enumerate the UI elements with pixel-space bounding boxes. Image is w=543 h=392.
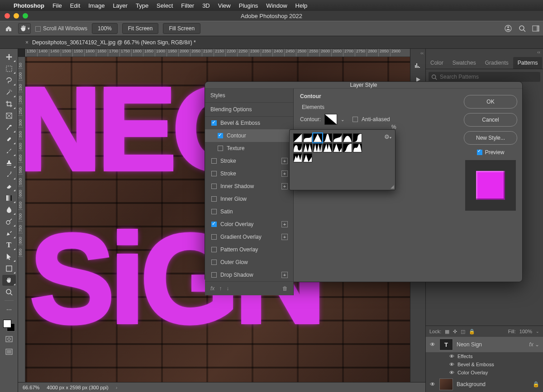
menu-view[interactable]: View: [218, 2, 231, 9]
tab-gradients[interactable]: Gradients: [481, 57, 513, 69]
layer-background[interactable]: 👁 Background 🔒: [426, 377, 543, 392]
tab-patterns[interactable]: Patterns: [513, 57, 543, 69]
checkbox-icon[interactable]: [211, 158, 217, 164]
style-satin[interactable]: Satin: [205, 205, 293, 218]
contour-preset-3[interactable]: [323, 133, 332, 142]
add-icon[interactable]: +: [281, 158, 288, 164]
checkbox-icon[interactable]: [211, 209, 217, 214]
fx-menu-icon[interactable]: fx: [210, 285, 214, 292]
search-input[interactable]: [440, 74, 538, 80]
type-tool-icon[interactable]: T: [2, 240, 16, 250]
pen-tool-icon[interactable]: [2, 228, 16, 239]
search-icon[interactable]: [519, 25, 526, 32]
contour-preset-4[interactable]: [333, 133, 342, 142]
checkbox-icon[interactable]: [211, 234, 217, 240]
contour-preset-2[interactable]: [313, 133, 322, 142]
status-dims[interactable]: 4000 px x 2598 px (300 ppi): [47, 385, 108, 390]
lasso-tool-icon[interactable]: [2, 75, 16, 86]
anti-aliased-checkbox[interactable]: [352, 117, 358, 122]
ok-button[interactable]: OK: [464, 95, 517, 109]
frame-tool-icon[interactable]: [2, 110, 16, 121]
cancel-button[interactable]: Cancel: [464, 113, 517, 127]
histogram-icon[interactable]: [413, 60, 423, 70]
eyedropper-tool-icon[interactable]: [2, 122, 16, 133]
move-up-icon[interactable]: ↑: [219, 285, 222, 292]
style-bevel-emboss[interactable]: Bevel & Emboss: [205, 117, 293, 129]
checkbox-icon[interactable]: [211, 196, 217, 202]
effect-bevel[interactable]: 👁Bevel & Emboss: [426, 360, 543, 368]
edit-toolbar-icon[interactable]: ⋯: [2, 304, 16, 315]
chevron-down-icon[interactable]: ⌄: [341, 117, 344, 122]
menu-filter[interactable]: Filter: [181, 2, 194, 9]
lock-pixels-icon[interactable]: ▦: [445, 329, 449, 335]
contour-preset-5[interactable]: [343, 133, 352, 142]
marquee-tool-icon[interactable]: [2, 63, 16, 74]
contour-preset-10[interactable]: [323, 143, 332, 152]
lock-all-icon[interactable]: 🔒: [469, 329, 475, 335]
search-patterns[interactable]: [429, 72, 540, 82]
fit-screen-button[interactable]: Fit Screen: [122, 23, 159, 34]
checkbox-icon[interactable]: [211, 120, 217, 126]
contour-preset-15[interactable]: [303, 153, 312, 162]
status-zoom[interactable]: 66.67%: [23, 385, 39, 390]
add-icon[interactable]: +: [281, 183, 288, 189]
home-icon[interactable]: [4, 24, 14, 33]
blending-options[interactable]: Blending Options: [205, 102, 293, 117]
style-color-overlay[interactable]: Color Overlay+: [205, 218, 293, 231]
style-outer-glow[interactable]: Outer Glow: [205, 256, 293, 269]
zoom-tool-icon[interactable]: [2, 287, 16, 298]
wand-tool-icon[interactable]: [2, 87, 16, 98]
workspace-icon[interactable]: [532, 25, 539, 32]
style-inner-glow[interactable]: Inner Glow: [205, 193, 293, 205]
hand-tool-icon[interactable]: ▾: [18, 23, 31, 34]
checkbox-icon[interactable]: [211, 171, 217, 176]
path-select-tool-icon[interactable]: [2, 251, 16, 262]
color-swatches[interactable]: [3, 320, 15, 331]
menu-edit[interactable]: Edit: [70, 2, 80, 9]
menu-file[interactable]: File: [52, 2, 62, 9]
contour-preset-12[interactable]: [343, 143, 352, 152]
style-gradient-overlay[interactable]: Gradient Overlay+: [205, 231, 293, 243]
preview-checkbox[interactable]: ✓: [477, 150, 482, 155]
contour-preset-6[interactable]: [353, 133, 362, 142]
style-pattern-overlay[interactable]: Pattern Overlay: [205, 243, 293, 256]
gradient-tool-icon[interactable]: [2, 193, 16, 203]
brush-tool-icon[interactable]: [2, 146, 16, 156]
checkbox-icon[interactable]: [211, 247, 217, 252]
eraser-tool-icon[interactable]: [2, 181, 16, 192]
add-icon[interactable]: +: [281, 272, 288, 278]
gear-icon[interactable]: ⚙▾: [384, 133, 391, 140]
checkbox-icon[interactable]: [211, 260, 217, 265]
contour-preset-14[interactable]: [293, 153, 302, 162]
layer-neon-sign[interactable]: 👁 T Neon Sign fx ⌄: [426, 337, 543, 352]
blur-tool-icon[interactable]: [2, 204, 16, 215]
contour-preset-0[interactable]: [293, 133, 302, 142]
contour-preset-9[interactable]: [313, 143, 322, 152]
healing-tool-icon[interactable]: [2, 134, 16, 145]
style-stroke[interactable]: Stroke+: [205, 155, 293, 167]
resize-handle-icon[interactable]: ◢: [391, 184, 394, 189]
move-down-icon[interactable]: ↓: [226, 285, 229, 292]
menu-image[interactable]: Image: [88, 2, 105, 9]
checkbox-icon[interactable]: [211, 222, 217, 227]
add-icon[interactable]: +: [281, 170, 288, 177]
contour-preset-1[interactable]: [303, 133, 312, 142]
menu-plugins[interactable]: Plugins: [239, 2, 258, 9]
style-stroke[interactable]: Stroke+: [205, 167, 293, 180]
checkbox-icon[interactable]: [211, 184, 217, 189]
contour-swatch[interactable]: [324, 114, 337, 125]
move-tool-icon[interactable]: [2, 52, 16, 62]
fx-badge[interactable]: fx ⌄: [529, 341, 539, 348]
crop-tool-icon[interactable]: [2, 99, 16, 109]
menu-layer[interactable]: Layer: [113, 2, 128, 9]
lock-position-icon[interactable]: ✜: [453, 329, 457, 335]
history-brush-tool-icon[interactable]: [2, 169, 16, 180]
stamp-tool-icon[interactable]: [2, 157, 16, 168]
effects-row[interactable]: 👁Effects: [426, 352, 543, 360]
style-drop-shadow[interactable]: Drop Shadow+: [205, 269, 293, 281]
style-contour[interactable]: Contour: [205, 129, 293, 142]
menu-help[interactable]: Help: [295, 2, 308, 9]
lock-artboard-icon[interactable]: ◫: [461, 329, 465, 335]
fill-value[interactable]: 100%: [519, 329, 532, 334]
add-icon[interactable]: +: [281, 234, 288, 240]
